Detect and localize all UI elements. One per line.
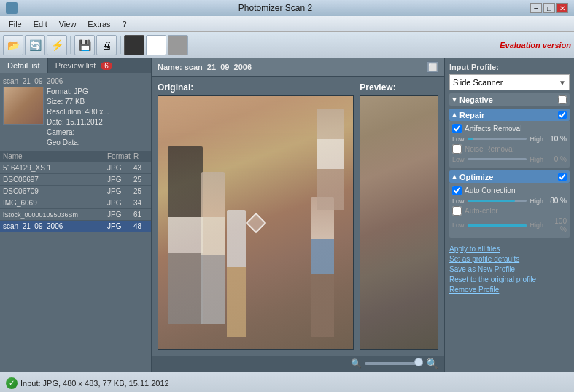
maximize-button[interactable]: □ xyxy=(543,3,555,13)
preview-panel: Preview: xyxy=(360,82,438,350)
toolbar-separator-1 xyxy=(70,36,71,54)
optimize-checkbox[interactable] xyxy=(558,173,567,181)
file-list-item[interactable]: IMG_6069 JPG 34 xyxy=(0,197,151,209)
optimize-section: ▴ Optimize Auto Correction Low High 80 % xyxy=(449,170,570,238)
set-defaults-link[interactable]: Set as profile defaults xyxy=(449,255,519,263)
profile-value: Slide Scanner xyxy=(453,78,503,87)
tab-detail-list[interactable]: Detail list xyxy=(0,58,48,73)
auto-correction-low-label: Low xyxy=(452,197,465,205)
file-list-item[interactable]: DSC06697 JPG 25 xyxy=(0,174,151,186)
artifacts-checkbox[interactable] xyxy=(452,124,462,133)
repair-checkbox[interactable] xyxy=(558,111,567,119)
profile-select[interactable]: Slide Scanner ▼ xyxy=(449,74,570,90)
status-ok-icon: ✓ xyxy=(6,377,18,389)
menu-view[interactable]: View xyxy=(53,18,82,30)
menu-help[interactable]: ? xyxy=(117,18,133,30)
original-photo xyxy=(158,96,353,349)
save-profile-link[interactable]: Save as New Profile xyxy=(449,265,515,273)
menu-file[interactable]: File xyxy=(3,18,28,30)
file-list-item[interactable]: iStock_000001095036Sm JPG 61 xyxy=(0,209,151,221)
artifacts-row: Artifacts Removal xyxy=(452,124,567,133)
expand-button[interactable]: ⬜ xyxy=(427,61,438,73)
apply-all-link[interactable]: Apply to all files xyxy=(449,245,500,253)
file-thumbnail xyxy=(3,87,44,125)
preview-area: Original: Preview: xyxy=(152,77,444,356)
file-list-item-selected[interactable]: scan_21_09_2006 JPG 48 xyxy=(0,221,151,232)
toolbar-black-button[interactable] xyxy=(124,35,144,55)
toolbar-scan-button[interactable]: 🔄 xyxy=(25,35,45,55)
optimize-label: ▴ Optimize xyxy=(452,172,493,181)
repair-header[interactable]: ▴ Repair xyxy=(449,109,570,121)
auto-color-label: Auto-color xyxy=(465,207,498,215)
artifacts-label: Artifacts Removal xyxy=(465,125,521,133)
toolbar: 📂 🔄 ⚡ 💾 🖨 Evaluation version xyxy=(0,32,574,58)
set-defaults-link-row: Set as profile defaults xyxy=(449,254,570,264)
toolbar-open-button[interactable]: 📂 xyxy=(3,35,23,55)
file-info-row: Format: JPG Size: 77 KB Resolution: 480 … xyxy=(3,87,148,148)
status-input-text: Input: JPG, 480 x 483, 77 KB, 15.11.2012 xyxy=(20,379,169,388)
zoom-slider-thumb[interactable] xyxy=(414,358,423,366)
toolbar-gray-button[interactable] xyxy=(168,35,188,55)
preview-image-container xyxy=(360,95,438,350)
chevron-down-icon: ▼ xyxy=(559,79,566,87)
chevron-down-icon: ▾ xyxy=(452,95,457,104)
noise-checkbox[interactable] xyxy=(452,144,462,154)
zoom-in-icon[interactable]: 🔍 xyxy=(426,358,438,369)
toolbar-run-button[interactable]: ⚡ xyxy=(47,35,67,55)
menu-edit[interactable]: Edit xyxy=(28,18,53,30)
col-header-name: Name xyxy=(3,152,107,160)
toolbar-white-button[interactable] xyxy=(146,35,166,55)
file-list-item[interactable]: DSC06709 JPG 25 xyxy=(0,186,151,197)
artifacts-slider-row: Low High 10 % xyxy=(452,135,567,143)
preview-label: Preview: xyxy=(360,82,438,93)
chevron-up-icon: ▴ xyxy=(452,110,457,119)
negative-checkbox[interactable] xyxy=(558,95,567,104)
close-button[interactable]: ✕ xyxy=(556,3,568,13)
auto-color-value: 100 % xyxy=(546,217,567,233)
auto-color-checkbox[interactable] xyxy=(452,206,462,216)
reset-profile-link[interactable]: Reset to the original profile xyxy=(449,275,536,283)
file-size: Size: 77 KB xyxy=(47,97,109,107)
auto-correction-slider-track[interactable] xyxy=(468,200,527,202)
auto-color-slider-track[interactable] xyxy=(468,224,527,227)
repair-section: ▴ Repair Artifacts Removal Low High 10 % xyxy=(449,109,570,168)
zoom-slider-container[interactable] xyxy=(365,359,423,368)
apply-all-link-row: Apply to all files xyxy=(449,243,570,254)
menu-extras[interactable]: Extras xyxy=(82,18,116,30)
artifacts-high-label: High xyxy=(530,136,543,143)
artifacts-slider-fill xyxy=(468,138,473,140)
file-list-header: Name Format R xyxy=(0,151,151,162)
artifacts-value: 10 % xyxy=(546,135,567,143)
auto-color-high-label: High xyxy=(530,222,543,229)
toolbar-print-button[interactable]: 🖨 xyxy=(96,35,117,55)
optimize-content: Auto Correction Low High 80 % Auto-color… xyxy=(449,183,570,238)
file-camera: Camera: xyxy=(47,128,109,138)
optimize-header[interactable]: ▴ Optimize xyxy=(449,170,570,183)
col-header-r: R xyxy=(133,152,148,160)
negative-header[interactable]: ▾ Negative xyxy=(449,93,570,106)
preview-photo xyxy=(360,96,438,349)
artifacts-slider-track[interactable] xyxy=(468,138,527,140)
auto-color-low-label: Low xyxy=(452,222,465,229)
tab-preview-list[interactable]: Preview list 6 xyxy=(48,58,120,73)
app-icon xyxy=(6,2,18,14)
auto-correction-value: 80 % xyxy=(546,197,567,205)
noise-slider-track[interactable] xyxy=(468,158,527,160)
file-list-item[interactable]: 5164129_XS 1 JPG 43 xyxy=(0,162,151,174)
minimize-button[interactable]: − xyxy=(530,3,542,13)
app-title: Photomizer Scan 2 xyxy=(20,3,530,13)
auto-correction-label: Auto Correction xyxy=(465,187,515,195)
window-controls: − □ ✕ xyxy=(530,3,568,13)
auto-color-fill xyxy=(468,224,527,227)
remove-profile-link[interactable]: Remove Profile xyxy=(449,286,499,294)
center-top-bar: Name: scan_21_09_2006 ⬜ xyxy=(152,58,444,77)
toolbar-separator-2 xyxy=(120,36,121,54)
zoom-out-icon[interactable]: 🔍 xyxy=(351,358,362,369)
chevron-up-icon: ▴ xyxy=(452,172,457,181)
file-resolution: Resolution: 480 x... xyxy=(47,107,109,117)
auto-correction-checkbox[interactable] xyxy=(452,186,462,195)
zoom-bar: 🔍 🔍 xyxy=(152,356,444,372)
auto-correction-high-label: High xyxy=(530,197,543,205)
toolbar-save-button[interactable]: 💾 xyxy=(74,35,95,55)
noise-low-label: Low xyxy=(452,156,465,163)
